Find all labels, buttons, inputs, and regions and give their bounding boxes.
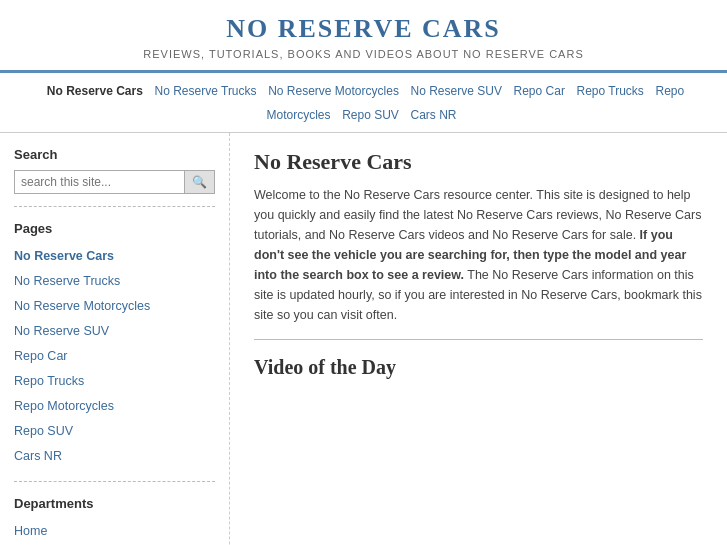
sidebar-link-no-reserve-trucks[interactable]: No Reserve Trucks [14, 269, 215, 294]
pages-links: No Reserve Cars No Reserve Trucks No Res… [14, 244, 215, 469]
page-layout: Search 🔍 Pages No Reserve Cars No Reserv… [0, 133, 727, 545]
search-input[interactable] [15, 171, 184, 193]
sidebar-link-no-reserve-suv[interactable]: No Reserve SUV [14, 319, 215, 344]
search-label: Search [14, 147, 215, 162]
site-header: NO RESERVE CARS REVIEWS, TUTORIALS, BOOK… [0, 0, 727, 73]
search-box: 🔍 [14, 170, 215, 194]
sidebar-link-no-reserve-cars[interactable]: No Reserve Cars [14, 244, 215, 269]
site-subtitle: REVIEWS, TUTORIALS, BOOKS AND VIDEOS ABO… [0, 48, 727, 60]
nav-no-reserve-motorcycles[interactable]: No Reserve Motorcycles [268, 84, 399, 98]
pages-section: Pages No Reserve Cars No Reserve Trucks … [14, 221, 215, 482]
nav-repo-car[interactable]: Repo Car [514, 84, 565, 98]
search-section: Search 🔍 [14, 147, 215, 207]
sidebar-link-repo-trucks[interactable]: Repo Trucks [14, 369, 215, 394]
departments-links: Home Acura Audi BMW [14, 519, 215, 545]
sidebar-link-no-reserve-motorcycles[interactable]: No Reserve Motorcycles [14, 294, 215, 319]
nav-repo-trucks[interactable]: Repo Trucks [577, 84, 644, 98]
nav-no-reserve-suv[interactable]: No Reserve SUV [411, 84, 502, 98]
section-divider [254, 339, 703, 340]
top-navigation: No Reserve Cars No Reserve Trucks No Res… [0, 73, 727, 133]
site-title: NO RESERVE CARS [0, 14, 727, 44]
departments-label: Departments [14, 496, 215, 511]
nav-no-reserve-cars[interactable]: No Reserve Cars [47, 84, 143, 98]
departments-section: Departments Home Acura Audi BMW [14, 496, 215, 545]
sidebar-link-home[interactable]: Home [14, 519, 215, 544]
search-button[interactable]: 🔍 [184, 171, 214, 193]
main-heading: No Reserve Cars [254, 149, 703, 175]
sidebar-link-repo-car[interactable]: Repo Car [14, 344, 215, 369]
nav-no-reserve-trucks[interactable]: No Reserve Trucks [155, 84, 257, 98]
nav-repo-suv[interactable]: Repo SUV [342, 108, 399, 122]
pages-label: Pages [14, 221, 215, 236]
sidebar: Search 🔍 Pages No Reserve Cars No Reserv… [0, 133, 230, 545]
video-section-title: Video of the Day [254, 356, 703, 379]
intro-part1: Welcome to the No Reserve Cars resource … [254, 188, 701, 242]
sidebar-link-cars-nr[interactable]: Cars NR [14, 444, 215, 469]
intro-text: Welcome to the No Reserve Cars resource … [254, 185, 703, 325]
sidebar-link-repo-suv[interactable]: Repo SUV [14, 419, 215, 444]
sidebar-link-repo-motorcycles[interactable]: Repo Motorcycles [14, 394, 215, 419]
nav-cars-nr[interactable]: Cars NR [410, 108, 456, 122]
main-content: No Reserve Cars Welcome to the No Reserv… [230, 133, 727, 395]
